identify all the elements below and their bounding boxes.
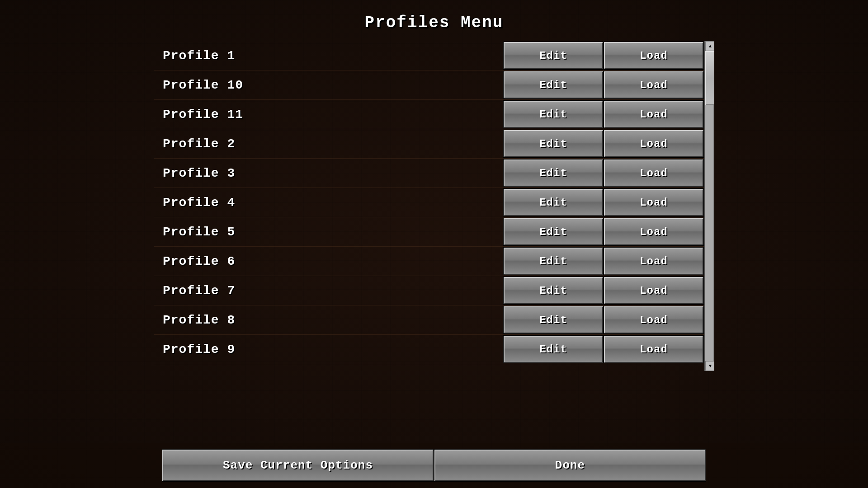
edit-button-11[interactable]: Edit <box>504 336 603 363</box>
load-button-8[interactable]: Load <box>604 248 703 275</box>
scrollbar-up-arrow[interactable]: ▲ <box>705 41 714 51</box>
profile-row: Profile 11EditLoad <box>154 100 704 129</box>
edit-button-8[interactable]: Edit <box>504 248 603 275</box>
profile-row: Profile 4EditLoad <box>154 188 704 217</box>
done-button[interactable]: Done <box>434 450 706 481</box>
profile-name-1: Profile 1 <box>154 49 504 63</box>
edit-button-10[interactable]: Edit <box>504 306 603 333</box>
profile-row: Profile 1EditLoad <box>154 41 704 70</box>
bottom-bar: Save Current Options Done <box>0 443 868 488</box>
load-button-5[interactable]: Load <box>604 160 703 187</box>
profile-row: Profile 2EditLoad <box>154 129 704 159</box>
load-button-10[interactable]: Load <box>604 306 703 333</box>
load-button-9[interactable]: Load <box>604 277 703 304</box>
profile-name-2: Profile 10 <box>154 78 504 92</box>
scrollbar-thumb[interactable] <box>705 51 714 105</box>
profile-buttons-10: EditLoad <box>504 306 704 333</box>
load-button-3[interactable]: Load <box>604 101 703 128</box>
profile-buttons-5: EditLoad <box>504 160 704 187</box>
edit-button-1[interactable]: Edit <box>504 42 603 69</box>
load-button-4[interactable]: Load <box>604 130 703 157</box>
profile-buttons-11: EditLoad <box>504 336 704 363</box>
scrollbar[interactable]: ▲ ▼ <box>704 41 714 371</box>
profiles-list: Profile 1EditLoadProfile 10EditLoadProfi… <box>154 41 704 371</box>
edit-button-2[interactable]: Edit <box>504 71 603 99</box>
profile-row: Profile 6EditLoad <box>154 247 704 276</box>
profile-name-9: Profile 7 <box>154 284 504 298</box>
profile-row: Profile 10EditLoad <box>154 70 704 100</box>
edit-button-7[interactable]: Edit <box>504 218 603 245</box>
profile-name-11: Profile 9 <box>154 343 504 357</box>
profile-name-3: Profile 11 <box>154 108 504 122</box>
edit-button-6[interactable]: Edit <box>504 189 603 216</box>
load-button-2[interactable]: Load <box>604 71 703 99</box>
profile-name-10: Profile 8 <box>154 313 504 327</box>
load-button-1[interactable]: Load <box>604 42 703 69</box>
load-button-11[interactable]: Load <box>604 336 703 363</box>
save-current-options-button[interactable]: Save Current Options <box>162 450 434 481</box>
profile-row: Profile 8EditLoad <box>154 305 704 335</box>
profile-buttons-3: EditLoad <box>504 101 704 128</box>
profile-row: Profile 7EditLoad <box>154 276 704 305</box>
profile-name-6: Profile 4 <box>154 196 504 210</box>
load-button-7[interactable]: Load <box>604 218 703 245</box>
profile-row: Profile 9EditLoad <box>154 335 704 364</box>
scrollbar-down-arrow[interactable]: ▼ <box>705 361 714 371</box>
profile-buttons-7: EditLoad <box>504 218 704 245</box>
load-button-6[interactable]: Load <box>604 189 703 216</box>
profile-name-4: Profile 2 <box>154 137 504 151</box>
profile-buttons-2: EditLoad <box>504 71 704 99</box>
edit-button-4[interactable]: Edit <box>504 130 603 157</box>
profile-buttons-1: EditLoad <box>504 42 704 69</box>
profile-buttons-6: EditLoad <box>504 189 704 216</box>
profiles-container: Profile 1EditLoadProfile 10EditLoadProfi… <box>154 41 714 371</box>
profile-buttons-8: EditLoad <box>504 248 704 275</box>
profile-name-5: Profile 3 <box>154 166 504 180</box>
profile-row: Profile 5EditLoad <box>154 217 704 247</box>
edit-button-3[interactable]: Edit <box>504 101 603 128</box>
profile-buttons-9: EditLoad <box>504 277 704 304</box>
edit-button-5[interactable]: Edit <box>504 160 603 187</box>
profile-name-8: Profile 6 <box>154 254 504 268</box>
profile-name-7: Profile 5 <box>154 225 504 239</box>
profile-buttons-4: EditLoad <box>504 130 704 157</box>
edit-button-9[interactable]: Edit <box>504 277 603 304</box>
page-title: Profiles Menu <box>365 14 504 32</box>
profile-row: Profile 3EditLoad <box>154 159 704 188</box>
